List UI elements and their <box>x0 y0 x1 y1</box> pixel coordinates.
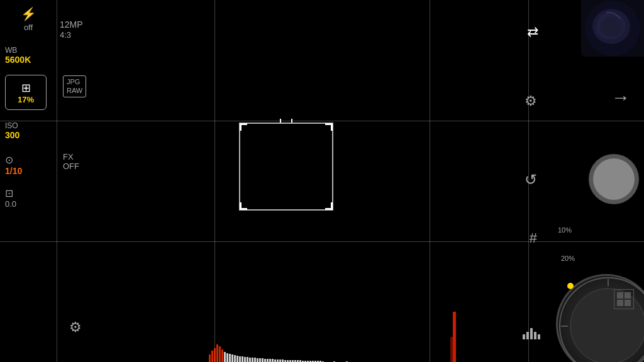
histogram-svg <box>208 299 509 362</box>
hist-bar-1 <box>523 334 525 339</box>
wb-control[interactable]: WB 5600K <box>5 46 52 65</box>
shutter-value: 1/10 <box>5 166 52 176</box>
flip-camera-button[interactable]: ⇄ <box>527 24 538 40</box>
svg-rect-34 <box>272 359 274 362</box>
crop-control[interactable]: ⊞ 17% <box>5 75 47 110</box>
grid-line-h2 <box>0 241 644 242</box>
svg-rect-35 <box>274 359 276 362</box>
crop-icon: ⊞ <box>21 81 31 95</box>
svg-rect-28 <box>257 358 258 362</box>
yellow-dot <box>567 283 574 289</box>
dial-inner-icon <box>614 289 634 309</box>
grid-line-v0 <box>57 0 57 362</box>
thumbnail-image <box>581 0 644 57</box>
ev-icon: ⊡ <box>5 187 52 199</box>
iso-value: 300 <box>5 130 52 140</box>
settings-icon-left[interactable]: ⚙ <box>69 319 82 336</box>
svg-rect-16 <box>226 353 228 362</box>
settings-gear-button[interactable]: ⚙ <box>525 93 537 109</box>
hist-bar-5 <box>538 334 540 339</box>
wb-label: WB <box>5 46 52 55</box>
format-badge[interactable]: JPG RAW <box>63 75 86 97</box>
shutter-inner <box>593 158 635 200</box>
iso-label: ISO <box>5 121 52 130</box>
dial-icon-cell-1 <box>617 292 623 299</box>
svg-rect-19 <box>234 355 236 362</box>
svg-rect-32 <box>267 359 269 362</box>
svg-rect-33 <box>269 359 271 362</box>
format-jpg: JPG <box>67 77 82 86</box>
svg-rect-36 <box>277 359 279 362</box>
focus-corner-bl <box>240 202 247 210</box>
dial-icon-cell-4 <box>625 300 631 306</box>
flash-label: off <box>24 23 33 32</box>
svg-rect-38 <box>282 359 284 362</box>
svg-rect-27 <box>254 358 256 362</box>
ev-value: 0.0 <box>5 199 52 209</box>
format-raw: RAW <box>67 86 82 95</box>
hist-bar-3 <box>530 328 533 339</box>
timer-button[interactable]: ↺ <box>525 171 537 189</box>
hist-bar-4 <box>534 332 536 339</box>
focus-notch-top <box>280 119 292 123</box>
left-panel: ⚡ off WB 5600K ⊞ 17% ISO 300 ⊙ 1/10 ⊡ 0.… <box>0 0 57 362</box>
fx-value: OFF <box>63 162 79 171</box>
svg-rect-29 <box>259 358 261 362</box>
svg-rect-22 <box>242 356 243 362</box>
flash-control[interactable]: ⚡ off <box>5 6 52 32</box>
focus-corner-tr <box>325 123 333 131</box>
flash-icon: ⚡ <box>21 6 36 21</box>
svg-rect-25 <box>249 358 251 362</box>
svg-rect-11 <box>214 348 216 362</box>
arrow-right-button[interactable]: → <box>611 87 630 108</box>
wb-value: 5600K <box>5 55 52 65</box>
resolution-ratio: 4:3 <box>60 30 83 41</box>
camera-thumbnail[interactable] <box>581 0 644 57</box>
crop-value: 17% <box>18 95 34 104</box>
svg-rect-58 <box>450 337 453 362</box>
focus-box <box>239 123 333 211</box>
shutter-control[interactable]: ⊙ 1/10 <box>5 154 52 176</box>
histogram-toggle-button[interactable] <box>523 328 540 339</box>
focus-corner-br <box>325 202 333 210</box>
fx-display[interactable]: FX OFF <box>63 152 79 171</box>
svg-rect-15 <box>224 352 226 362</box>
grid-toggle-button[interactable]: # <box>530 230 537 246</box>
shutter-button[interactable] <box>589 154 639 204</box>
svg-rect-31 <box>264 359 266 362</box>
svg-rect-57 <box>453 312 456 362</box>
svg-rect-14 <box>221 349 223 362</box>
dial-pct-10: 10% <box>558 226 572 234</box>
svg-rect-18 <box>231 354 233 362</box>
hist-bar-2 <box>526 332 529 339</box>
grid-line-h1 <box>0 121 644 121</box>
svg-rect-26 <box>252 358 253 362</box>
svg-rect-12 <box>216 344 218 362</box>
svg-rect-37 <box>279 359 281 362</box>
histogram-chart <box>208 299 509 362</box>
dial-pct-20: 20% <box>561 255 575 262</box>
fx-label: FX <box>63 152 79 162</box>
svg-rect-10 <box>211 351 213 362</box>
svg-rect-21 <box>239 356 241 362</box>
iso-control[interactable]: ISO 300 <box>5 121 52 140</box>
svg-rect-13 <box>219 346 221 362</box>
svg-rect-24 <box>247 357 248 362</box>
dial-icon-cell-3 <box>617 300 623 306</box>
dial-icon-cell-2 <box>625 292 631 299</box>
resolution-mp: 12MP <box>60 19 83 30</box>
focus-corner-tl <box>240 123 247 131</box>
svg-rect-20 <box>236 356 238 362</box>
ev-control[interactable]: ⊡ 0.0 <box>5 187 52 209</box>
svg-rect-30 <box>262 358 264 362</box>
resolution-display[interactable]: 12MP 4:3 <box>60 19 83 41</box>
shutter-icon: ⊙ <box>5 154 52 166</box>
svg-rect-9 <box>209 354 211 362</box>
svg-rect-17 <box>229 354 231 362</box>
svg-rect-23 <box>244 357 246 362</box>
